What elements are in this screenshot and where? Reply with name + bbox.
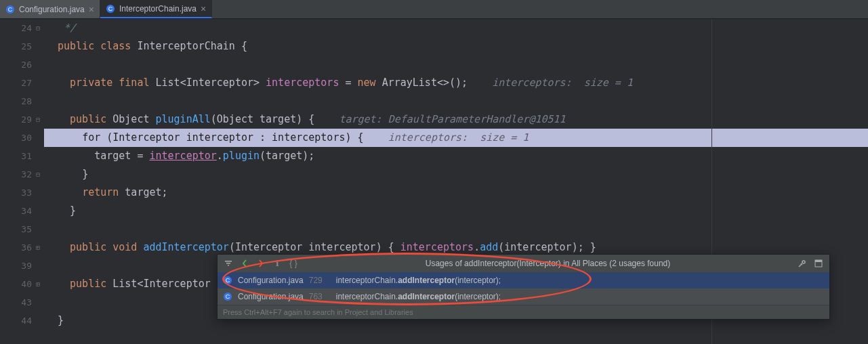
code-line — [58, 56, 868, 74]
line-number: 29 — [21, 114, 32, 125]
close-icon[interactable]: × — [201, 4, 206, 14]
line-number: 27 — [21, 78, 32, 88]
svg-rect-4 — [225, 261, 232, 262]
popup-toolbar: ℹ { } Usages of addInterceptor(Intercept… — [218, 255, 829, 272]
info-icon[interactable]: ℹ — [270, 257, 284, 270]
java-class-icon: C — [223, 276, 232, 285]
line-number: 24 — [21, 23, 32, 33]
fold-icon[interactable]: ⊟ — [36, 110, 40, 129]
open-in-tool-window-icon[interactable] — [812, 257, 825, 270]
code-line: target = interceptor.plugin(target); — [58, 147, 868, 165]
svg-text:C: C — [8, 6, 13, 13]
line-number: 36 — [21, 242, 32, 253]
java-class-icon: C — [106, 4, 115, 14]
usage-row[interactable]: C Configuration.java 729 interceptorChai… — [218, 272, 829, 288]
code-line: return target; — [58, 184, 868, 202]
usage-line-number: 763 — [309, 292, 323, 301]
code-icon[interactable]: { } — [287, 257, 300, 270]
svg-rect-6 — [228, 265, 229, 266]
svg-text:C: C — [108, 5, 113, 12]
close-icon[interactable]: × — [89, 5, 94, 14]
code-line: */ — [58, 19, 868, 37]
line-number: 33 — [21, 188, 32, 198]
fold-icon[interactable]: ⊟ — [36, 19, 40, 37]
line-number: 25 — [21, 41, 32, 51]
java-class-icon: C — [5, 5, 15, 14]
code-line-highlighted: for (Interceptor interceptor : intercept… — [58, 129, 868, 147]
line-number: 40 — [21, 279, 32, 289]
fold-icon[interactable]: ⊞ — [36, 275, 40, 293]
line-number: 31 — [21, 151, 32, 161]
settings-icon[interactable] — [795, 257, 809, 270]
usage-code: interceptorChain.addInterceptor(intercep… — [336, 292, 501, 301]
line-number: 30 — [21, 133, 32, 143]
usage-line-number: 729 — [309, 276, 323, 285]
usage-file: Configuration.java — [238, 276, 304, 285]
svg-text:C: C — [226, 293, 230, 300]
line-gutter: 24⊟ 25 26 27 28 29⊟ 30 31 32⊟ 33 34 35 3… — [0, 19, 44, 344]
line-number: 43 — [21, 297, 32, 307]
line-number: 44 — [21, 316, 32, 326]
usage-code: interceptorChain.addInterceptor(intercep… — [336, 276, 501, 285]
code-line — [58, 220, 868, 238]
code-line: public Object pluginAll(Object target) {… — [58, 110, 868, 129]
svg-rect-9 — [815, 260, 822, 262]
tab-interceptorchain[interactable]: C InterceptorChain.java × — [100, 0, 212, 18]
code-line: public class InterceptorChain { — [58, 37, 868, 56]
code-line: } — [58, 165, 868, 184]
filter-icon[interactable] — [222, 257, 235, 270]
code-line — [58, 92, 868, 110]
svg-point-7 — [802, 261, 805, 263]
code-line: } — [58, 202, 868, 220]
line-number: 39 — [21, 261, 32, 271]
line-number: 35 — [21, 224, 32, 234]
tab-label: Configuration.java — [19, 5, 85, 14]
line-number: 26 — [21, 60, 32, 70]
line-number: 28 — [21, 96, 32, 106]
find-usages-popup: ℹ { } Usages of addInterceptor(Intercept… — [217, 254, 830, 320]
popup-hint: Press Ctrl+Alt+F7 again to search in Pro… — [218, 305, 829, 319]
prev-occurrence-icon[interactable] — [238, 257, 251, 270]
popup-title: Usages of addInterceptor(Interceptor) in… — [303, 259, 793, 268]
svg-rect-5 — [226, 263, 230, 264]
tab-label: InterceptorChain.java — [119, 4, 197, 14]
fold-icon[interactable]: ⊟ — [36, 165, 40, 184]
editor-tabs: C Configuration.java × C InterceptorChai… — [0, 0, 868, 19]
code-line: private final List<Interceptor> intercep… — [58, 74, 868, 92]
svg-text:C: C — [226, 277, 230, 284]
line-number: 32 — [21, 169, 32, 179]
usage-row[interactable]: C Configuration.java 763 interceptorChai… — [218, 288, 829, 305]
fold-icon[interactable]: ⊞ — [36, 238, 40, 257]
next-occurrence-icon[interactable] — [254, 257, 268, 270]
tab-configuration[interactable]: C Configuration.java × — [0, 0, 100, 18]
usage-file: Configuration.java — [238, 292, 304, 301]
line-number: 34 — [21, 206, 32, 216]
java-class-icon: C — [223, 292, 232, 301]
